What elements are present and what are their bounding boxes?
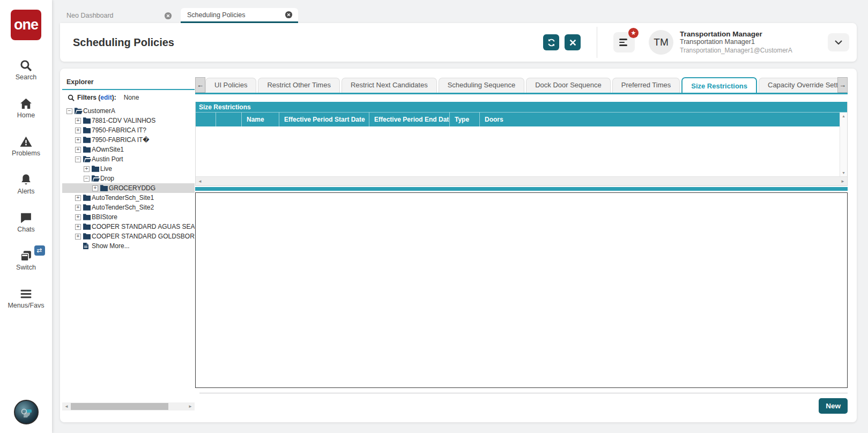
window-tab-bar: Neo DashboardScheduling Policies	[60, 8, 298, 23]
tree-expand-icon[interactable]: +	[75, 205, 81, 211]
tree-collapse-icon[interactable]: −	[66, 108, 72, 114]
tree-item-autotendersch-site1[interactable]: +AutoTenderSch_Site1	[62, 193, 195, 203]
tree-expand-icon[interactable]: +	[75, 128, 81, 133]
filters-row: Filters (edit): None	[62, 90, 195, 103]
window-tab-neo-dashboard[interactable]: Neo Dashboard	[60, 8, 177, 23]
one-logo[interactable]: one	[11, 10, 41, 40]
sidebar-item-home[interactable]: Home	[0, 96, 52, 119]
tree-item-live[interactable]: +Live	[62, 164, 195, 174]
grid-col-name[interactable]: Name	[242, 113, 279, 126]
tree-item-label: COOPER STANDARD AGUAS SEALING (3	[92, 223, 195, 230]
avatar[interactable]: TM	[649, 30, 673, 55]
tree-expand-icon[interactable]: +	[75, 137, 81, 143]
doc-icon	[83, 243, 92, 249]
refresh-button[interactable]	[543, 34, 559, 50]
tree-expand-icon[interactable]: +	[75, 234, 81, 240]
tab-close-icon[interactable]	[285, 11, 293, 19]
tree-item-7950-fabrica-it[interactable]: +7950-FABRICA IT�	[62, 135, 195, 145]
tree-item-show-more[interactable]: Show More...	[62, 241, 195, 251]
sidebar-item-alerts[interactable]: Alerts	[0, 173, 52, 195]
tree-item-groceryddg[interactable]: +GROCERYDDG	[62, 183, 195, 193]
grid-col-effective-period-start-date[interactable]: Effective Period Start Date	[279, 113, 369, 126]
user-menu-chevron-button[interactable]	[828, 33, 849, 51]
scroll-left-icon[interactable]: ◄	[62, 404, 71, 409]
explorer-panel: Explorer Filters (edit): None −CustomerA…	[62, 74, 195, 412]
tree-collapse-icon[interactable]: −	[84, 176, 90, 182]
tabs-scroll-left-button[interactable]: ←	[195, 77, 205, 93]
tree-item-bbistore[interactable]: +BBIStore	[62, 212, 195, 222]
close-button[interactable]	[565, 34, 581, 50]
tree-expand-icon[interactable]: +	[75, 195, 81, 201]
grid-header-row: NameEffective Period Start DateEffective…	[196, 113, 840, 126]
sidebar-item-label: Alerts	[18, 188, 35, 195]
sidebar-item-switch[interactable]: ⇄Switch	[0, 249, 52, 271]
scroll-down-icon[interactable]: ▼	[842, 171, 845, 175]
filters-edit-link[interactable]: edit	[100, 94, 112, 101]
tab-restrict-other-times[interactable]: Restrict Other Times	[258, 78, 339, 93]
tree-expand-icon[interactable]: +	[75, 147, 81, 153]
tree-expand-icon[interactable]: +	[84, 166, 90, 172]
scroll-left-icon[interactable]: ◄	[198, 179, 202, 184]
explorer-horizontal-scrollbar[interactable]: ◄ ►	[62, 402, 195, 410]
close-icon	[569, 39, 576, 46]
tab-restrict-next-candidates[interactable]: Restrict Next Candidates	[342, 78, 437, 93]
tree-expand-icon[interactable]: +	[75, 214, 81, 220]
main-panel: Explorer Filters (edit): None −CustomerA…	[60, 69, 857, 422]
tree-item-label: Show More...	[92, 242, 130, 250]
tab-capacity-override-settings[interactable]: Capacity Override Settings	[759, 78, 848, 93]
grid-col-effective-period-end-date[interactable]: Effective Period End Date	[369, 113, 450, 126]
tree-item-label: AOwnSite1	[92, 146, 124, 153]
tree-expand-icon[interactable]: +	[75, 224, 81, 230]
user-info: Transportation Manager Transportation Ma…	[680, 30, 802, 55]
tree-item-aownsite1[interactable]: +AOwnSite1	[62, 145, 195, 154]
tabs-scroll-right-button[interactable]: →	[837, 77, 848, 93]
grid-col-blank-0[interactable]	[196, 113, 216, 126]
tree-item-cooper-standard-aguas-sealing-3[interactable]: +COOPER STANDARD AGUAS SEALING (3	[62, 222, 195, 232]
tree-item-customera[interactable]: −CustomerA	[62, 106, 195, 116]
sidebar-item-problems[interactable]: Problems	[0, 135, 52, 157]
window-tab-scheduling-policies[interactable]: Scheduling Policies	[181, 8, 298, 23]
tab-preferred-times[interactable]: Preferred Times	[612, 78, 680, 93]
tree-collapse-icon[interactable]: −	[75, 156, 81, 162]
tab-size-restrictions[interactable]: Size Restrictions	[681, 77, 757, 93]
grid-col-blank-1[interactable]	[216, 113, 242, 126]
notifications-menu-button[interactable]: ★	[613, 32, 635, 53]
pane-splitter[interactable]	[195, 187, 848, 191]
grid-vertical-scrollbar[interactable]: ▲ ▼	[840, 113, 847, 176]
folder-icon	[83, 214, 92, 220]
tree-item-cooper-standard-goldsboro[interactable]: +COOPER STANDARD GOLDSBORO	[62, 232, 195, 241]
grid-col-doors[interactable]: Doors	[480, 113, 840, 126]
folder-icon	[83, 195, 92, 201]
sidebar-item-search[interactable]: Search	[0, 58, 52, 81]
tree-item-label: 7881-CDV VALINHOS	[92, 117, 155, 124]
folder-icon	[83, 127, 92, 133]
tab-close-icon[interactable]	[164, 12, 172, 20]
scroll-up-icon[interactable]: ▲	[842, 114, 845, 118]
folder-icon	[83, 146, 92, 153]
assistant-avatar[interactable]	[14, 400, 39, 424]
grid-middle: NameEffective Period Start DateEffective…	[196, 113, 847, 176]
tree-item-austin-port[interactable]: −Austin Port	[62, 154, 195, 164]
tree-item-7881-cdv-valinhos[interactable]: +7881-CDV VALINHOS	[62, 116, 195, 125]
tree-item-autotendersch-site2[interactable]: +AutoTenderSch_Site2	[62, 203, 195, 212]
policy-tab-strip: UI PoliciesRestrict Other TimesRestrict …	[195, 77, 848, 94]
chats-icon	[19, 211, 33, 225]
grid-horizontal-scrollbar[interactable]: ◄ ►	[196, 176, 847, 185]
tree-item-7950-fabrica-it[interactable]: +7950-FABRICA IT?	[62, 125, 195, 135]
chevron-down-icon	[835, 40, 842, 44]
tree-expand-icon[interactable]: +	[92, 185, 98, 191]
scroll-right-icon[interactable]: ►	[186, 404, 195, 409]
tree-expand-icon[interactable]: +	[75, 118, 81, 124]
tab-dock-door-sequence[interactable]: Dock Door Sequence	[526, 78, 611, 93]
tab-scheduling-sequence[interactable]: Scheduling Sequence	[439, 78, 525, 93]
sidebar-item-menus[interactable]: Menus/Favs	[0, 287, 52, 309]
tab-ui-policies[interactable]: UI Policies	[205, 78, 256, 93]
sidebar-item-chats[interactable]: Chats	[0, 211, 52, 233]
tree-item-drop[interactable]: −Drop	[62, 174, 195, 183]
scrollbar-thumb[interactable]	[71, 403, 168, 410]
new-button[interactable]: New	[819, 398, 848, 414]
tree-item-label: 7950-FABRICA IT�	[92, 136, 150, 144]
grid-body[interactable]	[196, 126, 840, 176]
grid-col-type[interactable]: Type	[450, 113, 480, 126]
scroll-right-icon[interactable]: ►	[841, 179, 845, 184]
